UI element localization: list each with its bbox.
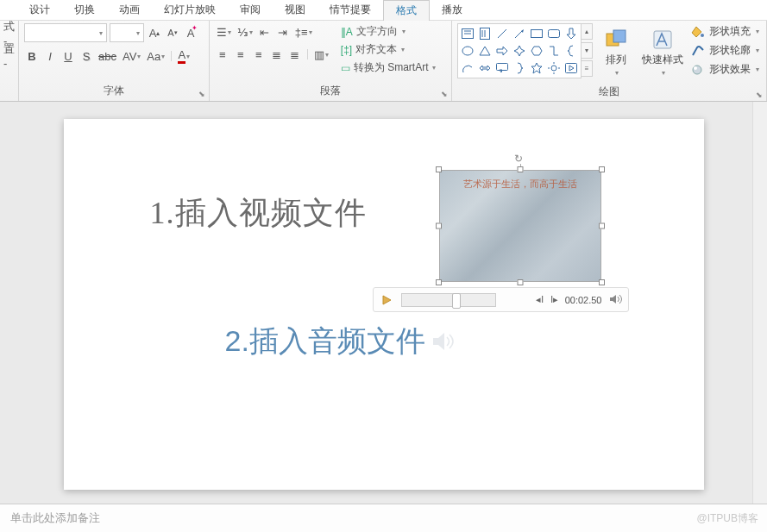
shape-star4[interactable] [512, 43, 527, 59]
resize-handle-b[interactable] [517, 279, 523, 285]
shape-sun[interactable] [546, 60, 562, 76]
tab-slideshow[interactable]: 幻灯片放映 [152, 0, 228, 20]
increase-font-icon[interactable]: A▴ [147, 24, 162, 41]
shape-arc[interactable] [460, 60, 475, 76]
fill-icon [691, 26, 705, 38]
video-object[interactable]: ↻ 艺术源于生活，而高于生活 [439, 170, 601, 282]
clear-format-icon[interactable]: A✦ [183, 24, 198, 41]
slide-title-2[interactable]: 2.插入音频文件 [225, 322, 456, 361]
shape-hexagon[interactable] [529, 43, 544, 59]
shape-roundrect[interactable] [546, 26, 562, 41]
columns-button[interactable]: ▥▾ [312, 46, 330, 63]
resize-handle-bl[interactable] [436, 279, 442, 285]
arrange-icon [605, 28, 627, 51]
distribute-button[interactable]: ≣ [287, 46, 303, 63]
shape-arrow-line[interactable] [512, 26, 527, 41]
play-button[interactable] [379, 292, 394, 308]
shape-arrow-down[interactable] [563, 26, 579, 41]
shape-double-arrow[interactable] [477, 60, 493, 76]
tab-animations[interactable]: 动画 [107, 0, 152, 20]
shape-outline-button[interactable]: 形状轮廓▾ [689, 42, 761, 59]
shape-line[interactable] [494, 26, 510, 41]
shape-rect[interactable] [529, 26, 544, 41]
shape-fill-button[interactable]: 形状填充▾ [689, 23, 761, 40]
resize-handle-l[interactable] [436, 223, 442, 229]
shape-textbox-v[interactable] [477, 26, 493, 41]
tab-storyboard[interactable]: 情节提要 [317, 0, 383, 20]
tab-view[interactable]: 视图 [273, 0, 317, 20]
tab-design[interactable]: 设计 [17, 0, 62, 20]
shapes-scroll-down[interactable]: ▾ [581, 42, 593, 59]
resize-handle-br[interactable] [599, 279, 605, 285]
tab-review[interactable]: 审阅 [228, 0, 273, 20]
volume-button[interactable] [609, 293, 623, 307]
italic-button[interactable]: I [42, 47, 58, 65]
vertical-scrollbar[interactable] [752, 102, 767, 504]
resize-handle-tl[interactable] [436, 166, 442, 172]
text-direction-icon: ‖A [341, 26, 353, 38]
char-spacing-button[interactable]: AV▾ [121, 47, 142, 65]
shape-triangle[interactable] [477, 43, 493, 59]
font-dialog-launcher[interactable]: ⬊ [198, 90, 205, 98]
change-case-button[interactable]: Aa▾ [145, 47, 167, 65]
svg-marker-31 [383, 296, 391, 304]
tab-playback[interactable]: 播放 [430, 0, 475, 20]
shadow-button[interactable]: S [79, 47, 94, 65]
shape-oval[interactable] [460, 43, 475, 59]
shape-star5[interactable] [529, 60, 544, 76]
progress-bar[interactable] [401, 293, 496, 307]
drawing-dialog-launcher[interactable]: ⬊ [756, 91, 763, 99]
line-spacing-button[interactable]: ‡≡▾ [293, 23, 314, 41]
bullets-button[interactable]: ☰▾ [215, 23, 233, 41]
bold-button[interactable]: B [24, 47, 40, 65]
shapes-more[interactable]: ≡ [581, 60, 593, 77]
align-left-button[interactable]: ≡ [215, 46, 230, 63]
strikethrough-button[interactable]: abc [97, 47, 118, 65]
svg-marker-33 [433, 333, 444, 350]
shape-effects-button[interactable]: 形状效果▾ [689, 61, 761, 78]
shape-brace-right[interactable] [512, 60, 527, 76]
slide-title-1[interactable]: 1.插入视频文件 [150, 192, 367, 235]
shapes-scroll-up[interactable]: ▴ [581, 23, 593, 40]
resize-handle-tr[interactable] [599, 166, 605, 172]
decrease-indent-button[interactable]: ⇤ [257, 23, 273, 41]
quick-styles-button[interactable]: 快速样式▾ [639, 23, 686, 82]
tab-format[interactable]: 格式 [383, 0, 430, 21]
convert-smartart-button[interactable]: ▭转换为 SmartArt▾ [339, 59, 438, 76]
font-size-select[interactable]: ▾ [110, 23, 144, 42]
increase-indent-button[interactable]: ⇥ [275, 23, 291, 41]
next-frame-button[interactable]: Ⅰ▸ [550, 294, 558, 305]
justify-button[interactable]: ≣ [269, 46, 285, 63]
align-text-button[interactable]: [‡]对齐文本▾ [339, 41, 438, 58]
left-opt-1[interactable]: 式 - [2, 24, 17, 41]
numbering-button[interactable]: ⅓▾ [236, 23, 255, 41]
shapes-gallery[interactable] [457, 23, 582, 78]
video-frame[interactable]: 艺术源于生活，而高于生活 [439, 170, 601, 282]
font-family-select[interactable]: ▾ [24, 23, 107, 42]
underline-button[interactable]: U [60, 47, 76, 65]
shape-connector-elbow[interactable] [546, 43, 562, 59]
shape-action[interactable] [563, 60, 579, 76]
decrease-font-icon[interactable]: A▾ [165, 24, 180, 41]
shape-arrow-right[interactable] [494, 43, 510, 59]
notes-pane[interactable]: 单击此处添加备注 [0, 504, 767, 532]
slide-canvas[interactable]: 1.插入视频文件 ↻ 艺术源于生活，而高于生活 ◂Ⅰ [64, 119, 704, 490]
resize-handle-t[interactable] [517, 166, 523, 172]
align-center-button[interactable]: ≡ [233, 46, 248, 63]
prev-frame-button[interactable]: ◂Ⅰ [536, 294, 544, 305]
shape-brace-left[interactable] [563, 43, 579, 59]
progress-thumb[interactable] [452, 293, 461, 309]
shape-callout[interactable] [494, 60, 510, 76]
tab-transitions[interactable]: 切换 [62, 0, 107, 20]
text-direction-button[interactable]: ‖A文字方向▾ [339, 23, 438, 40]
font-color-button[interactable]: A▾ [176, 47, 192, 65]
shape-textbox-h[interactable] [460, 26, 475, 41]
rotate-handle-icon[interactable]: ↻ [514, 153, 526, 165]
paragraph-dialog-launcher[interactable]: ⬊ [441, 90, 448, 98]
left-opt-2[interactable]: 置 - [2, 47, 17, 64]
notes-placeholder: 单击此处添加备注 [10, 510, 100, 526]
arrange-button[interactable]: 排列▾ [596, 23, 636, 82]
align-right-button[interactable]: ≡ [251, 46, 267, 63]
svg-marker-14 [531, 47, 542, 55]
resize-handle-r[interactable] [599, 223, 605, 229]
